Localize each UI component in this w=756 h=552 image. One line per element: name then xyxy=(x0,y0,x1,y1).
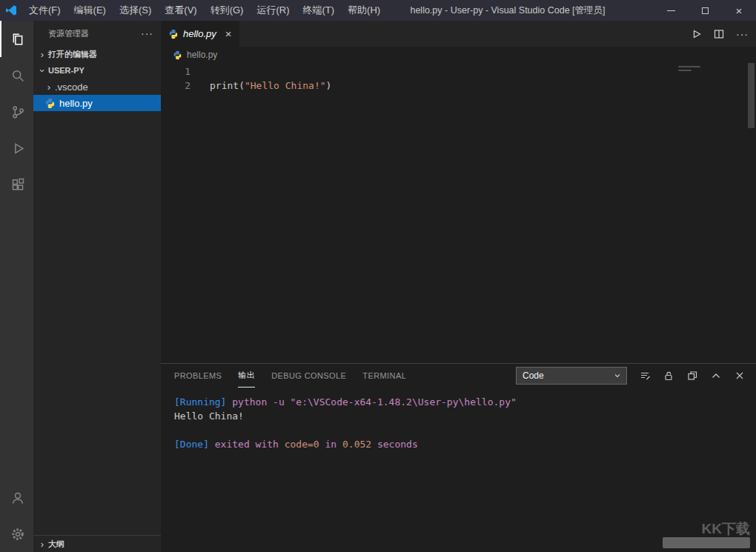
activity-bar-spacer xyxy=(0,202,33,479)
run-file-button[interactable] xyxy=(690,28,702,40)
minimap-line xyxy=(678,70,692,71)
watermark-text: KK下载 xyxy=(663,522,750,536)
tab-output[interactable]: 输出 xyxy=(238,364,255,388)
watermark-bar xyxy=(663,537,750,548)
open-in-editor-button[interactable] xyxy=(686,370,698,382)
code-line: 2 print("Hello China!") xyxy=(161,79,756,93)
sidebar-more-actions-button[interactable]: ··· xyxy=(141,27,153,39)
editor-area: hello.py × ··· hello.py 1 xyxy=(161,21,756,552)
scrollbar-thumb[interactable] xyxy=(748,63,755,128)
activity-bar xyxy=(0,21,33,552)
outline-section[interactable]: › 大纲 xyxy=(33,535,161,552)
breadcrumb[interactable]: hello.py xyxy=(161,47,756,63)
tab-label: hello.py xyxy=(183,28,216,39)
activity-source-control-button[interactable] xyxy=(0,93,33,130)
python-icon xyxy=(44,98,56,109)
sidebar-header: 资源管理器 ··· xyxy=(33,21,161,46)
output-line: Hello China! xyxy=(174,409,756,423)
activity-settings-button[interactable] xyxy=(0,516,33,552)
activity-account-button[interactable] xyxy=(0,479,33,516)
open-editors-section[interactable]: › 打开的编辑器 xyxy=(33,46,161,62)
split-editor-button[interactable] xyxy=(713,28,725,40)
tab-debug-console[interactable]: DEBUG CONSOLE xyxy=(271,364,346,388)
search-icon xyxy=(10,68,25,83)
output-line xyxy=(174,423,756,437)
minimap[interactable] xyxy=(678,66,700,73)
activity-explorer-button[interactable] xyxy=(0,21,33,57)
maximize-panel-button[interactable] xyxy=(710,370,722,382)
breadcrumb-item-file[interactable]: hello.py xyxy=(187,50,217,60)
menu-selection[interactable]: 选择(S) xyxy=(113,0,158,21)
output-channel-select[interactable]: Code xyxy=(516,367,627,385)
activity-run-debug-button[interactable] xyxy=(0,130,33,166)
line-number: 1 xyxy=(161,64,190,79)
minimap-line xyxy=(678,66,700,67)
output-console[interactable]: [Running] python -u "e:\VSCode-x64-1.48.… xyxy=(161,388,756,451)
minimize-button[interactable] xyxy=(654,0,688,21)
vscode-logo-icon xyxy=(0,4,22,16)
line-number: 2 xyxy=(161,79,190,93)
python-icon xyxy=(173,50,182,60)
output-channel-value: Code xyxy=(523,370,544,381)
code-text: print("Hello China!") xyxy=(210,79,331,93)
tab-problems[interactable]: PROBLEMS xyxy=(174,364,222,388)
chevron-down-icon xyxy=(613,371,622,380)
output-line: [Running] python -u "e:\VSCode-x64-1.48.… xyxy=(174,395,756,409)
close-panel-button[interactable] xyxy=(734,370,746,382)
close-button[interactable]: × xyxy=(722,0,756,21)
editor-actions: ··· xyxy=(690,21,749,47)
code-editor[interactable]: 1 2 print("Hello China!") xyxy=(161,63,756,363)
editor-tab-bar: hello.py × ··· xyxy=(161,21,756,47)
chevron-right-icon: › xyxy=(36,49,48,60)
maximize-button[interactable] xyxy=(688,0,722,21)
tab-terminal[interactable]: TERMINAL xyxy=(362,364,406,388)
sidebar-title: 资源管理器 xyxy=(48,28,89,39)
activity-extensions-button[interactable] xyxy=(0,166,33,202)
window-title: hello.py - User-py - Visual Studio Code … xyxy=(363,0,652,21)
lock-scroll-button[interactable] xyxy=(663,370,674,382)
watermark: KK下载 xyxy=(663,522,750,548)
chevron-right-icon: › xyxy=(43,82,55,93)
folder-vscode[interactable]: › .vscode xyxy=(33,79,161,95)
menu-terminal[interactable]: 终端(T) xyxy=(296,0,341,21)
tab-close-icon[interactable]: × xyxy=(225,27,232,40)
menu-edit[interactable]: 编辑(E) xyxy=(67,0,113,21)
settings-gear-icon xyxy=(10,527,25,542)
maximize-icon xyxy=(702,7,709,14)
explorer-sidebar: 资源管理器 ··· › 打开的编辑器 › USER-PY › .vscode h… xyxy=(33,21,161,552)
chevron-down-icon: › xyxy=(37,64,48,76)
menu-view[interactable]: 查看(V) xyxy=(158,0,203,21)
tab-hello-py[interactable]: hello.py × xyxy=(161,21,239,47)
account-icon xyxy=(10,491,25,505)
menubar: 文件(F) 编辑(E) 选择(S) 查看(V) 转到(G) 运行(R) 终端(T… xyxy=(22,0,387,21)
source-control-icon xyxy=(10,104,25,119)
activity-search-button[interactable] xyxy=(0,57,33,93)
workspace-section[interactable]: › USER-PY xyxy=(33,62,161,79)
file-hello-py[interactable]: hello.py xyxy=(33,95,161,111)
python-icon xyxy=(168,29,179,39)
files-icon xyxy=(10,32,25,47)
menu-run[interactable]: 运行(R) xyxy=(250,0,296,21)
clear-output-button[interactable] xyxy=(639,370,651,382)
panel-controls: Code xyxy=(516,367,746,385)
window-controls: × xyxy=(654,0,756,21)
run-debug-icon xyxy=(10,141,25,156)
editor-scrollbar[interactable] xyxy=(746,63,756,363)
vscode-window: 文件(F) 编辑(E) 选择(S) 查看(V) 转到(G) 运行(R) 终端(T… xyxy=(0,0,756,552)
chevron-right-icon: › xyxy=(36,539,48,550)
editor-more-actions-button[interactable]: ··· xyxy=(736,28,749,40)
output-line: [Done] exited with code=0 in 0.052 secon… xyxy=(174,437,756,451)
titlebar: 文件(F) 编辑(E) 选择(S) 查看(V) 转到(G) 运行(R) 终端(T… xyxy=(0,0,756,21)
minimize-icon xyxy=(667,10,675,11)
menu-file[interactable]: 文件(F) xyxy=(22,0,67,21)
extensions-icon xyxy=(10,177,25,192)
code-line: 1 xyxy=(161,64,756,79)
menu-goto[interactable]: 转到(G) xyxy=(204,0,251,21)
